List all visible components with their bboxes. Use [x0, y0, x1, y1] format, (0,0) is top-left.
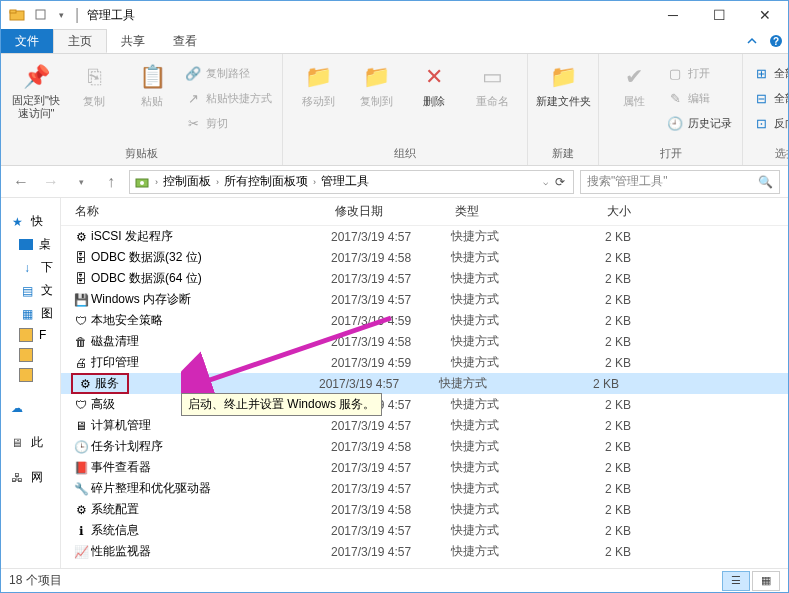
table-row[interactable]: 💾Windows 内存诊断2017/3/19 4:57快捷方式2 KB [61, 289, 788, 310]
qat-dropdown-icon[interactable]: ▾ [55, 5, 67, 25]
tab-home[interactable]: 主页 [53, 29, 107, 53]
paste-shortcut-button[interactable]: ↗粘贴快捷方式 [181, 87, 276, 109]
sidebar-network[interactable]: 🖧网 [1, 466, 60, 489]
crumb-1[interactable]: 所有控制面板项 [224, 173, 308, 190]
tab-file[interactable]: 文件 [1, 29, 53, 53]
table-row[interactable]: 📈性能监视器2017/3/19 4:57快捷方式2 KB [61, 541, 788, 562]
newfolder-icon: 📁 [546, 62, 580, 92]
sidebar-onedrive[interactable]: ☁ [1, 397, 60, 419]
recent-button[interactable]: ▾ [69, 170, 93, 194]
col-type[interactable]: 类型 [451, 203, 571, 220]
file-size: 2 KB [571, 314, 651, 328]
address-dropdown-icon[interactable]: ⌵ [543, 177, 548, 187]
copy-path-button[interactable]: 🔗复制路径 [181, 62, 276, 84]
sidebar-item[interactable]: 桌 [1, 233, 60, 256]
search-icon[interactable]: 🔍 [758, 175, 773, 189]
col-size[interactable]: 大小 [571, 203, 651, 220]
crumb-2[interactable]: 管理工具 [321, 173, 369, 190]
qat-icon[interactable] [31, 5, 51, 25]
table-row[interactable]: 🔧碎片整理和优化驱动器2017/3/19 4:57快捷方式2 KB [61, 478, 788, 499]
copy-button[interactable]: ⎘ 复制 [65, 58, 123, 109]
chevron-right-icon[interactable]: › [153, 177, 160, 187]
chevron-right-icon[interactable]: › [311, 177, 318, 187]
sidebar-item[interactable] [1, 345, 60, 365]
file-list[interactable]: 名称 修改日期 类型 大小 ⚙iSCSI 发起程序2017/3/19 4:57快… [61, 198, 788, 568]
table-row[interactable]: 🗄ODBC 数据源(64 位)2017/3/19 4:57快捷方式2 KB [61, 268, 788, 289]
tab-share[interactable]: 共享 [107, 29, 159, 53]
pin-button[interactable]: 📌 固定到"快速访问" [7, 58, 65, 120]
col-name[interactable]: 名称 [71, 203, 331, 220]
sidebar-this-pc[interactable]: 🖥此 [1, 431, 60, 454]
select-none-button[interactable]: ⊟全部取消 [749, 87, 789, 109]
table-row[interactable]: 📕事件查看器2017/3/19 4:57快捷方式2 KB [61, 457, 788, 478]
forward-button[interactable]: → [39, 170, 63, 194]
table-row[interactable]: ⚙系统配置2017/3/19 4:58快捷方式2 KB [61, 499, 788, 520]
file-type: 快捷方式 [451, 270, 571, 287]
cut-button[interactable]: ✂剪切 [181, 112, 276, 134]
desktop-icon [19, 239, 33, 250]
new-folder-button[interactable]: 📁新建文件夹 [534, 58, 592, 109]
folder-icon [19, 368, 33, 382]
file-name: 系统配置 [91, 501, 331, 518]
tab-view[interactable]: 查看 [159, 29, 211, 53]
table-row[interactable]: 🗑磁盘清理2017/3/19 4:58快捷方式2 KB [61, 331, 788, 352]
rename-button[interactable]: ▭重命名 [463, 58, 521, 109]
file-type: 快捷方式 [451, 354, 571, 371]
file-size: 2 KB [571, 230, 651, 244]
minimize-button[interactable]: ─ [650, 1, 696, 29]
col-date[interactable]: 修改日期 [331, 203, 451, 220]
chevron-right-icon[interactable]: › [214, 177, 221, 187]
maximize-button[interactable]: ☐ [696, 1, 742, 29]
back-button[interactable]: ← [9, 170, 33, 194]
table-row[interactable]: ℹ系统信息2017/3/19 4:57快捷方式2 KB [61, 520, 788, 541]
file-icon: 🕒 [71, 439, 91, 455]
file-icon: 🗄 [71, 271, 91, 287]
refresh-icon[interactable]: ⟳ [551, 175, 569, 189]
folder-icon [19, 348, 33, 362]
file-size: 2 KB [571, 251, 651, 265]
address-bar[interactable]: › 控制面板 › 所有控制面板项 › 管理工具 ⌵ ⟳ [129, 170, 574, 194]
table-row[interactable]: 🛡本地安全策略2017/3/19 4:59快捷方式2 KB [61, 310, 788, 331]
up-button[interactable]: ↑ [99, 170, 123, 194]
table-row[interactable]: 🕒任务计划程序2017/3/19 4:58快捷方式2 KB [61, 436, 788, 457]
pin-icon: 📌 [19, 62, 53, 92]
file-name: 系统信息 [91, 522, 331, 539]
file-size: 2 KB [571, 461, 651, 475]
edit-button[interactable]: ✎编辑 [663, 87, 736, 109]
sidebar-item[interactable]: ↓下 [1, 256, 60, 279]
details-view-button[interactable]: ☰ [722, 571, 750, 591]
file-date: 2017/3/19 4:57 [319, 377, 439, 391]
table-row[interactable]: ⚙iSCSI 发起程序2017/3/19 4:57快捷方式2 KB [61, 226, 788, 247]
table-row[interactable]: 🗄ODBC 数据源(32 位)2017/3/19 4:58快捷方式2 KB [61, 247, 788, 268]
sidebar-quick-access[interactable]: ★快 [1, 210, 60, 233]
close-button[interactable]: ✕ [742, 1, 788, 29]
paste-button[interactable]: 📋 粘贴 [123, 58, 181, 109]
select-all-button[interactable]: ⊞全部选择 [749, 62, 789, 84]
move-to-button[interactable]: 📁移动到 [289, 58, 347, 109]
table-row[interactable]: 🖨打印管理2017/3/19 4:59快捷方式2 KB [61, 352, 788, 373]
table-row[interactable]: ⚙服务2017/3/19 4:57快捷方式2 KB [61, 373, 788, 394]
properties-button[interactable]: ✔属性 [605, 58, 663, 109]
table-row[interactable]: 🖥计算机管理2017/3/19 4:57快捷方式2 KB [61, 415, 788, 436]
copy-to-button[interactable]: 📁复制到 [347, 58, 405, 109]
sidebar-item[interactable]: ▦图 [1, 302, 60, 325]
invert-selection-button[interactable]: ⊡反向选择 [749, 112, 789, 134]
table-row[interactable]: 🛡高级2017/3/19 4:57快捷方式2 KB [61, 394, 788, 415]
history-button[interactable]: 🕘历史记录 [663, 112, 736, 134]
file-size: 2 KB [571, 272, 651, 286]
open-button[interactable]: ▢打开 [663, 62, 736, 84]
crumb-0[interactable]: 控制面板 [163, 173, 211, 190]
selectall-icon: ⊞ [753, 65, 769, 81]
sidebar-item[interactable]: ▤文 [1, 279, 60, 302]
icons-view-button[interactable]: ▦ [752, 571, 780, 591]
ribbon-collapse-icon[interactable] [740, 29, 764, 53]
file-size: 2 KB [571, 545, 651, 559]
file-type: 快捷方式 [451, 417, 571, 434]
cut-icon: ✂ [185, 115, 201, 131]
help-icon[interactable]: ? [764, 29, 788, 53]
file-date: 2017/3/19 4:58 [331, 503, 451, 517]
delete-button[interactable]: ✕删除 [405, 58, 463, 109]
sidebar-item[interactable]: F [1, 325, 60, 345]
search-input[interactable]: 搜索"管理工具" 🔍 [580, 170, 780, 194]
sidebar-item[interactable] [1, 365, 60, 385]
